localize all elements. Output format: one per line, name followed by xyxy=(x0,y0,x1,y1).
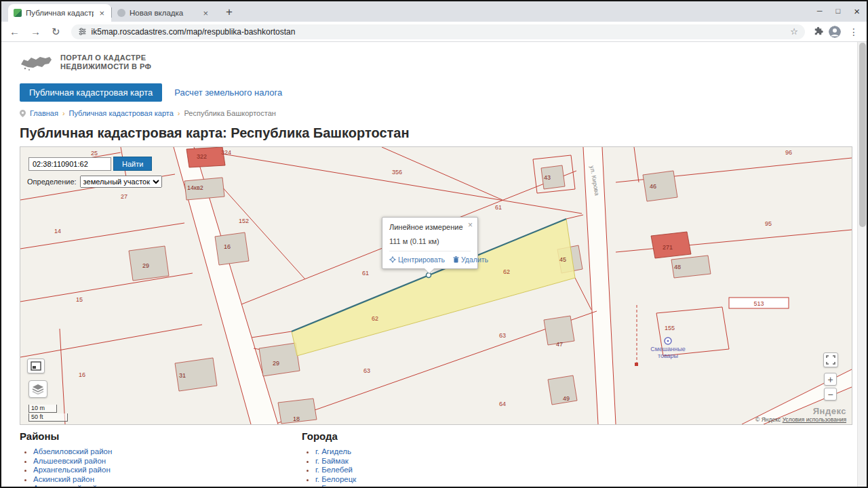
parcel-number: 61 xyxy=(362,270,369,277)
cadastral-search-input[interactable] xyxy=(28,157,111,171)
tab-title: Новая вкладка xyxy=(130,9,197,17)
back-button[interactable]: ← xyxy=(7,26,22,37)
district-link[interactable]: Архангельский район xyxy=(33,466,111,474)
window-close-button[interactable]: × xyxy=(854,5,860,17)
definition-filter: Определение: земельный участок xyxy=(27,176,162,188)
reload-button[interactable]: ↻ xyxy=(49,26,63,37)
parcel-number: 31 xyxy=(179,372,186,379)
map-search: Найти xyxy=(28,157,152,171)
terms-of-use-link[interactable]: Условия использования xyxy=(783,416,846,423)
breadcrumb-home-link[interactable]: Главная xyxy=(30,109,58,117)
city-link[interactable]: г. Белебей xyxy=(315,466,353,474)
tab-new-tab[interactable]: Новая вкладка × xyxy=(112,4,215,22)
site-nav: Публичная кадастровая карта Расчет земел… xyxy=(20,83,860,102)
parcel-number: 45 xyxy=(559,256,566,263)
tab-land-tax-link[interactable]: Расчет земельного налога xyxy=(174,87,282,98)
browser-toolbar: ← → ↻ ik5map.roscadastres.com/map/respub… xyxy=(1,22,867,42)
center-link[interactable]: Центрировать xyxy=(389,256,445,264)
map-attribution: Яндекс © Яндекс Условия использования xyxy=(755,406,846,423)
browser-tab-bar: Публичная кадастровая карт... × Новая вк… xyxy=(1,1,867,22)
window-controls: ─ □ × xyxy=(817,1,860,20)
page-scrollbar[interactable] xyxy=(857,42,867,487)
popup-title: Линейное измерение xyxy=(389,223,471,231)
popup-close-icon[interactable]: × xyxy=(468,220,473,230)
parcel-number: 25 xyxy=(91,150,98,157)
tab-public-cadastral-map[interactable]: Публичная кадастровая карта xyxy=(20,83,162,102)
trash-icon xyxy=(453,256,459,263)
new-tab-button[interactable]: + xyxy=(222,5,237,19)
list-item: Абзелиловский район xyxy=(33,447,302,456)
url-text: ik5map.roscadastres.com/map/respublika-b… xyxy=(92,27,296,37)
fullscreen-button[interactable] xyxy=(823,352,838,367)
tab-favicon-icon xyxy=(14,9,22,17)
map-scale: 10 m 50 ft xyxy=(28,405,68,422)
site-info-icon[interactable] xyxy=(78,27,87,36)
profile-avatar[interactable] xyxy=(829,26,841,38)
tab-cadastral-map[interactable]: Публичная кадастровая карт... × xyxy=(8,4,111,22)
district-link[interactable]: Абзелиловский район xyxy=(33,447,112,455)
district-link[interactable]: Аскинский район xyxy=(33,475,94,483)
legend-icon xyxy=(31,361,41,371)
portal-logo-text: ПОРТАЛ О КАДАСТРЕ НЕДВИЖИМОСТИ В РФ xyxy=(60,54,151,71)
city-link[interactable]: г. Баймак xyxy=(315,457,349,465)
city-link[interactable]: г. Агидель xyxy=(315,447,351,455)
browser-menu-icon[interactable]: ⋮ xyxy=(846,26,861,37)
parcel-number: 324 xyxy=(221,149,231,156)
zoom-in-button[interactable]: + xyxy=(824,373,837,386)
district-link[interactable]: Альшеевский район xyxy=(33,457,106,465)
city-link[interactable]: г. Бирск xyxy=(315,484,342,487)
scrollbar-thumb[interactable] xyxy=(859,43,866,227)
parcel-number: 63 xyxy=(499,332,506,339)
delete-link[interactable]: Удалить xyxy=(453,256,488,264)
list-item: Аургазинский район xyxy=(33,484,302,487)
forward-button[interactable]: → xyxy=(28,26,43,37)
breadcrumb-current: Республика Башкортостан xyxy=(184,109,275,117)
browser-window: Публичная кадастровая карт... × Новая вк… xyxy=(0,0,868,488)
person-icon xyxy=(829,26,841,38)
address-bar[interactable]: ik5map.roscadastres.com/map/respublika-b… xyxy=(71,24,805,39)
parcel-number: 61 xyxy=(495,204,502,211)
bookmark-star-icon[interactable]: ☆ xyxy=(790,26,798,37)
parcel-number: 48 xyxy=(674,264,681,270)
scale-meters: 10 m xyxy=(28,405,57,413)
parcel-number: 513 xyxy=(753,300,764,307)
breadcrumb-map-link[interactable]: Публичная кадастровая карта xyxy=(69,109,174,117)
page-viewport: ПОРТАЛ О КАДАСТРЕ НЕДВИЖИМОСТИ В РФ Публ… xyxy=(1,42,867,487)
fullscreen-icon xyxy=(826,355,835,365)
parcel-number: 155 xyxy=(665,325,675,331)
tab-title: Публичная кадастровая карт... xyxy=(26,9,94,17)
maximize-button[interactable]: □ xyxy=(836,7,841,15)
parcel-number: 356 xyxy=(392,169,402,176)
district-link[interactable]: Аургазинский район xyxy=(33,484,106,487)
parcel-number: 29 xyxy=(273,360,279,367)
zoom-out-button[interactable]: − xyxy=(824,388,837,401)
legend-button[interactable] xyxy=(27,359,45,373)
extensions-icon[interactable] xyxy=(813,26,823,37)
list-item: Альшеевский район xyxy=(33,457,302,466)
city-link[interactable]: г. Белорецк xyxy=(315,475,356,483)
map-canvas[interactable]: ул. Кирова Смешанные товары 253243223569… xyxy=(20,146,852,425)
cities-list: г. Агидельг. Баймакг. Белебейг. Белорецк… xyxy=(302,447,584,487)
find-button[interactable]: Найти xyxy=(113,157,152,171)
list-item: Аскинский район xyxy=(33,475,302,484)
districts-heading: Районы xyxy=(20,430,302,442)
page-content: ПОРТАЛ О КАДАСТРЕ НЕДВИЖИМОСТИ В РФ Публ… xyxy=(1,42,860,487)
parcel-number: 14кв2 xyxy=(187,184,203,191)
yandex-logo: Яндекс xyxy=(755,406,846,416)
list-item: г. Баймак xyxy=(315,457,584,466)
minimize-button[interactable]: ─ xyxy=(817,7,823,15)
parcel-number: 29 xyxy=(142,262,149,269)
parcel-number: 62 xyxy=(372,315,378,322)
tab-favicon-icon xyxy=(117,9,125,17)
list-item: г. Агидель xyxy=(315,447,584,456)
crosshair-icon xyxy=(389,256,396,263)
tab-close-icon[interactable]: × xyxy=(201,9,210,18)
districts-list: Абзелиловский районАльшеевский районАрха… xyxy=(20,447,302,487)
cadastral-map-svg: ул. Кирова Смешанные товары 253243223569… xyxy=(20,147,852,424)
list-item: Архангельский район xyxy=(33,466,302,474)
layers-button[interactable] xyxy=(28,380,47,398)
measurement-popup: Линейное измерение × 111 м (0.11 км) Цен… xyxy=(382,217,478,269)
parcel-number: 43 xyxy=(544,174,551,181)
definition-select[interactable]: земельный участок xyxy=(80,176,162,188)
tab-close-icon[interactable]: × xyxy=(98,9,106,18)
